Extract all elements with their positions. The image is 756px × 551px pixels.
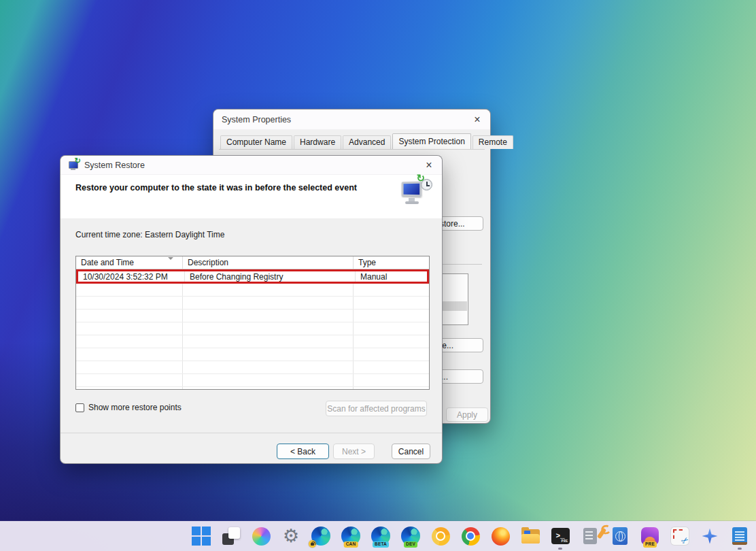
web-document-icon bbox=[613, 527, 628, 545]
taskbar-web-document[interactable] bbox=[610, 526, 630, 546]
close-icon[interactable]: × bbox=[467, 110, 487, 129]
table-header[interactable]: Date and Time Description Type bbox=[76, 256, 429, 269]
terminal-icon: >_PRE bbox=[551, 528, 570, 544]
tab-advanced[interactable]: Advanced bbox=[343, 135, 391, 149]
taskbar-copilot-sparkle[interactable] bbox=[700, 526, 720, 546]
taskbar-edge-canary[interactable]: CAN bbox=[341, 526, 361, 546]
powertoys-icon bbox=[583, 528, 597, 544]
sparkle-icon bbox=[702, 529, 718, 544]
back-button[interactable]: < Back bbox=[277, 444, 329, 459]
taskbar-terminal-preview[interactable]: >_PRE bbox=[550, 526, 570, 546]
taskbar-dev-home-preview[interactable]: PRE bbox=[640, 526, 660, 546]
restore-arrow-icon: ↻ bbox=[75, 157, 81, 165]
apply-button[interactable]: Apply bbox=[446, 407, 488, 422]
restore-computer-icon: ↻ bbox=[401, 175, 434, 207]
footer-divider bbox=[61, 433, 442, 433]
cell-type: Manual bbox=[356, 271, 427, 282]
taskbar-notepad[interactable] bbox=[729, 526, 750, 546]
empty-row bbox=[76, 361, 429, 374]
taskbar-start-button[interactable] bbox=[191, 526, 211, 546]
scissors-icon: ✂ bbox=[679, 534, 691, 547]
checkbox-label: Show more restore points bbox=[88, 403, 182, 412]
dev-badge: DEV bbox=[404, 541, 417, 548]
taskbar-edge-beta[interactable]: BETA bbox=[371, 526, 391, 546]
show-more-restore-points[interactable]: Show more restore points bbox=[75, 403, 182, 412]
scan-affected-programs-button[interactable]: Scan for affected programs bbox=[326, 401, 427, 416]
window-title: System Properties bbox=[222, 115, 291, 124]
empty-row bbox=[76, 374, 429, 387]
cell-date: 10/30/2024 3:52:32 PM bbox=[78, 271, 185, 282]
tab-system-protection[interactable]: System Protection bbox=[392, 133, 470, 149]
taskbar-powertoys[interactable] bbox=[580, 526, 600, 546]
empty-row bbox=[76, 322, 429, 335]
cell-description: Before Changing Registry bbox=[185, 271, 356, 282]
windows-logo-icon bbox=[192, 527, 201, 535]
tab-strip-divider bbox=[219, 149, 485, 150]
system-restore-window: ↻ System Restore × Restore your computer… bbox=[60, 155, 443, 464]
system-restore-icon: ↻ bbox=[69, 161, 80, 170]
folder-icon bbox=[521, 529, 540, 544]
wizard-heading: Restore your computer to the state it wa… bbox=[75, 183, 357, 193]
show-more-checkbox[interactable] bbox=[75, 403, 84, 412]
close-icon[interactable]: × bbox=[419, 156, 439, 174]
system-properties-titlebar[interactable]: System Properties × bbox=[213, 110, 490, 130]
terminal-pre-badge: PRE bbox=[562, 539, 568, 544]
column-type[interactable]: Type bbox=[354, 256, 429, 269]
taskbar-chrome-canary[interactable] bbox=[430, 526, 451, 546]
system-restore-titlebar[interactable]: ↻ System Restore × bbox=[61, 156, 442, 175]
monitor-icon bbox=[402, 182, 422, 197]
taskbar-settings[interactable]: ⚙ bbox=[281, 526, 301, 546]
taskbar-icons: ⚙ CAN BETA DEV >_PRE PRE ✂ bbox=[191, 526, 750, 546]
copilot-icon bbox=[252, 527, 271, 546]
beta-badge: BETA bbox=[373, 541, 389, 548]
taskbar-edge-dev[interactable]: DEV bbox=[400, 526, 421, 546]
pre-badge: PRE bbox=[643, 541, 657, 548]
tab-hardware[interactable]: Hardware bbox=[294, 135, 341, 149]
timezone-note: Current time zone: Eastern Daylight Time bbox=[75, 230, 224, 239]
next-button[interactable]: Next > bbox=[333, 444, 375, 459]
taskbar-edge-profile[interactable] bbox=[311, 526, 331, 546]
running-indicator bbox=[558, 548, 562, 550]
taskbar: ⚙ CAN BETA DEV >_PRE PRE ✂ bbox=[0, 521, 756, 551]
lock-badge-icon bbox=[309, 540, 316, 548]
taskbar-snipping-tool[interactable]: ✂ bbox=[670, 526, 690, 546]
empty-row bbox=[76, 335, 429, 348]
sort-caret-icon bbox=[168, 257, 173, 260]
column-description[interactable]: Description bbox=[183, 256, 354, 269]
empty-row bbox=[76, 310, 429, 322]
chrome-canary-icon bbox=[432, 527, 450, 546]
running-indicator bbox=[738, 548, 742, 550]
column-date-and-time[interactable]: Date and Time bbox=[76, 256, 183, 269]
chrome-icon bbox=[462, 527, 480, 546]
firefox-icon bbox=[492, 527, 510, 546]
gear-icon: ⚙ bbox=[283, 527, 299, 546]
taskbar-firefox[interactable] bbox=[490, 526, 511, 546]
wrench-icon bbox=[597, 528, 606, 539]
empty-row bbox=[76, 284, 429, 297]
taskbar-copilot[interactable] bbox=[251, 526, 271, 546]
tab-computer-name[interactable]: Computer Name bbox=[220, 135, 292, 149]
snipping-tool-icon: ✂ bbox=[671, 527, 689, 545]
taskbar-file-explorer[interactable] bbox=[520, 526, 540, 546]
task-view-icon bbox=[222, 527, 240, 545]
tab-remote[interactable]: Remote bbox=[472, 135, 513, 149]
window-title: System Restore bbox=[84, 161, 145, 170]
restore-arrow-icon: ↻ bbox=[416, 173, 425, 183]
canary-badge: CAN bbox=[344, 541, 358, 548]
tab-strip: Computer Name Hardware Advanced System P… bbox=[220, 134, 515, 149]
empty-row bbox=[76, 387, 429, 390]
wizard-header: Restore your computer to the state it wa… bbox=[61, 175, 442, 218]
taskbar-chrome[interactable] bbox=[460, 526, 481, 546]
cancel-button[interactable]: Cancel bbox=[392, 444, 430, 459]
taskbar-task-view[interactable] bbox=[221, 526, 241, 546]
restore-point-row[interactable]: 10/30/2024 3:52:32 PM Before Changing Re… bbox=[76, 269, 429, 284]
empty-row bbox=[76, 297, 429, 310]
empty-row bbox=[76, 348, 429, 361]
restore-points-table[interactable]: Date and Time Description Type 10/30/202… bbox=[75, 256, 430, 390]
notepad-icon bbox=[732, 527, 747, 545]
